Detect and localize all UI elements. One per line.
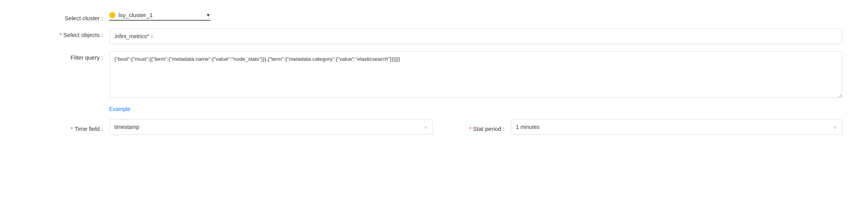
time-required-star: * — [71, 125, 73, 132]
cluster-chevron-icon: ▼ — [206, 12, 211, 18]
stat-period-chevron-icon: ∨ — [833, 124, 837, 130]
stat-period-select[interactable]: 1 minutes ∨ — [511, 119, 842, 135]
cluster-label-text: Select cluster : — [65, 15, 103, 21]
objects-label: * Select objects : — [23, 28, 109, 38]
time-field-value: timestamp — [114, 124, 140, 130]
objects-tag-text: .infini_metrics* — [113, 33, 149, 39]
cluster-status-dot — [109, 12, 115, 18]
bottom-row: * Time field : timestamp ∨ * Stat period… — [23, 119, 842, 135]
time-field-select[interactable]: timestamp ∨ — [109, 119, 433, 135]
filter-query-wrapper — [109, 51, 842, 99]
stat-period-group: * Stat period : 1 minutes ∨ — [433, 119, 842, 135]
form-container: Select cluster : lsy_cluster_1 ▼ * Selec… — [23, 12, 842, 135]
time-field-chevron-icon: ∨ — [424, 124, 428, 130]
filter-row: Filter query : — [23, 51, 842, 99]
objects-input[interactable]: .infini_metrics* × — [109, 28, 842, 44]
stat-period-value: 1 minutes — [516, 124, 540, 130]
filter-query-textarea[interactable] — [109, 51, 842, 98]
example-row: Example — [23, 106, 842, 112]
stat-period-label: * Stat period : — [433, 122, 511, 132]
objects-label-text: Select objects : — [63, 32, 103, 38]
objects-required-star: * — [59, 32, 62, 38]
objects-tag: .infini_metrics* × — [113, 33, 154, 39]
example-link[interactable]: Example — [109, 106, 130, 112]
cluster-label: Select cluster : — [23, 12, 109, 21]
time-field-label-text: Time field : — [74, 125, 103, 132]
stat-required-star: * — [469, 125, 471, 132]
objects-tag-close-icon[interactable]: × — [151, 34, 154, 39]
cluster-row: Select cluster : lsy_cluster_1 ▼ — [23, 12, 842, 21]
cluster-name-text: lsy_cluster_1 — [119, 12, 200, 18]
objects-row: * Select objects : .infini_metrics* × — [23, 28, 842, 44]
time-field-group: * Time field : timestamp ∨ — [23, 119, 433, 135]
filter-label: Filter query : — [23, 51, 109, 61]
filter-label-text: Filter query : — [71, 54, 103, 61]
time-field-label: * Time field : — [23, 122, 109, 132]
cluster-select[interactable]: lsy_cluster_1 ▼ — [109, 12, 211, 21]
stat-period-label-text: Stat period : — [473, 125, 505, 132]
